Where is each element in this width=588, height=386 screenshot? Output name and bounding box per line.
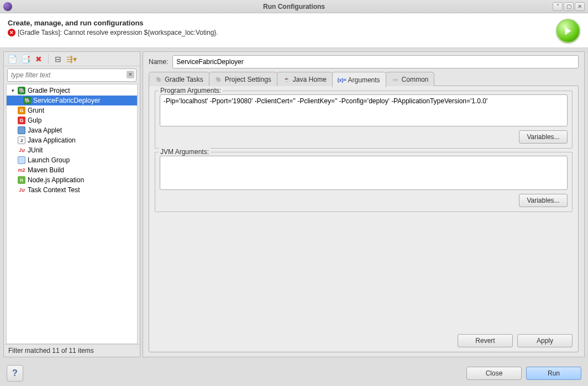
tree-item-junit[interactable]: Jᴜ JUnit — [7, 145, 137, 155]
filter-config-icon[interactable]: ⇶▾ — [66, 54, 76, 64]
revert-button[interactable]: Revert — [458, 334, 513, 347]
close-button[interactable]: Close — [466, 367, 522, 380]
tab-common[interactable]: ▭ Common — [386, 72, 435, 86]
java-tab-icon: ☕ — [283, 76, 291, 83]
tree-label: Maven Build — [28, 166, 64, 174]
node-icon: n — [18, 176, 25, 184]
maven-icon: m2 — [18, 166, 25, 174]
apply-button[interactable]: Apply — [517, 334, 573, 347]
name-input[interactable] — [172, 55, 579, 68]
name-row: Name: — [149, 55, 579, 68]
error-message-row: ✕ [Gradle Tasks]: Cannot resolve express… — [8, 29, 556, 36]
grunt-icon: G — [18, 107, 25, 114]
tree-item-servicefabricdeployer[interactable]: 🐘 ServiceFabricDeployer — [7, 96, 137, 105]
run-hero-icon — [556, 19, 580, 43]
run-button[interactable]: Run — [526, 367, 581, 380]
filter-wrap: ✕ — [4, 66, 140, 84]
tab-label: Java Home — [293, 76, 327, 83]
error-icon: ✕ — [8, 29, 15, 36]
clear-filter-icon[interactable]: ✕ — [127, 71, 134, 78]
tab-label: Common — [402, 76, 429, 83]
tree-label: Task Context Test — [28, 186, 80, 194]
window-title: Run Configurations — [263, 3, 325, 10]
app-eclipse-icon — [3, 2, 12, 11]
tree-item-gulp[interactable]: G Gulp — [7, 115, 137, 125]
program-arguments-label: Program Arguments: — [159, 87, 223, 94]
tree-item-launch-group[interactable]: Launch Group — [7, 155, 137, 165]
config-list-panel: 📄 📑 ✖ ⊟ ⇶▾ ✕ ▾ 🐘 Gradle Project 🐘 Servic… — [3, 51, 140, 357]
jvm-arguments-label: JVM Arguments: — [159, 148, 211, 156]
filter-input[interactable] — [7, 68, 136, 82]
program-arguments-input[interactable] — [160, 94, 568, 126]
tree-item-task-context-test[interactable]: Jᴜ Task Context Test — [7, 185, 137, 195]
tree-item-java-application[interactable]: Java Application — [7, 135, 137, 145]
tree-label: Gulp — [28, 117, 41, 124]
tree-label: Gradle Project — [28, 87, 70, 94]
expand-toggle-icon[interactable]: ▾ — [10, 88, 15, 93]
task-context-icon: Jᴜ — [18, 186, 25, 194]
tab-java-home[interactable]: ☕ Java Home — [277, 72, 333, 86]
config-tree[interactable]: ▾ 🐘 Gradle Project 🐘 ServiceFabricDeploy… — [6, 84, 138, 344]
tab-gradle-tasks[interactable]: 🐘 Gradle Tasks — [149, 72, 209, 86]
minimize-button[interactable]: ˅ — [553, 2, 563, 11]
config-toolbar: 📄 📑 ✖ ⊟ ⇶▾ — [4, 52, 140, 66]
tab-label: Arguments — [348, 76, 380, 84]
gradle-tab-icon: 🐘 — [155, 76, 162, 83]
tree-label: ServiceFabricDeployer — [33, 97, 100, 104]
tree-label: JUnit — [28, 146, 43, 154]
dialog-header: Create, manage, and run configurations ✕… — [0, 13, 588, 48]
tree-item-java-applet[interactable]: Java Applet — [7, 125, 137, 135]
delete-config-icon[interactable]: ✖ — [34, 54, 44, 64]
help-button[interactable]: ? — [7, 365, 23, 382]
dialog-title: Create, manage, and run configurations — [8, 19, 556, 27]
toolbar-separator — [48, 54, 49, 64]
tree-label: Java Applet — [28, 126, 62, 134]
tree-item-grunt[interactable]: G Grunt — [7, 105, 137, 115]
apply-row: Revert Apply — [155, 334, 573, 347]
tab-project-settings[interactable]: 🐘 Project Settings — [209, 72, 277, 86]
java-app-icon — [18, 136, 25, 144]
collapse-all-icon[interactable]: ⊟ — [53, 54, 63, 64]
config-detail-panel: Name: 🐘 Gradle Tasks 🐘 Project Settings … — [143, 51, 585, 357]
maximize-button[interactable]: ▢ — [564, 2, 574, 11]
new-config-icon[interactable]: 📄 — [7, 54, 17, 64]
program-arguments-group: Program Arguments: Variables... — [155, 91, 573, 149]
arguments-tab-icon: (x)= — [338, 76, 346, 84]
tree-label: Java Application — [28, 136, 76, 144]
tree-item-node-application[interactable]: n Node.js Application — [7, 175, 137, 185]
close-window-button[interactable]: ✕ — [575, 2, 585, 11]
duplicate-config-icon[interactable]: 📑 — [20, 54, 30, 64]
tab-arguments[interactable]: (x)= Arguments — [332, 72, 386, 87]
junit-icon: Jᴜ — [18, 146, 25, 154]
tree-item-maven-build[interactable]: m2 Maven Build — [7, 165, 137, 175]
gulp-icon: G — [18, 117, 25, 124]
tree-label: Grunt — [28, 107, 44, 114]
filter-status: Filter matched 11 of 11 items — [4, 344, 140, 357]
program-variables-button[interactable]: Variables... — [519, 130, 568, 144]
tab-label: Project Settings — [225, 76, 271, 83]
tree-label: Node.js Application — [28, 176, 84, 184]
name-label: Name: — [149, 58, 168, 66]
tree-label: Launch Group — [28, 156, 70, 164]
tab-content: Program Arguments: Variables... JVM Argu… — [149, 86, 579, 352]
applet-icon — [18, 126, 25, 134]
launch-group-icon — [18, 156, 25, 164]
jvm-arguments-group: JVM Arguments: Variables... — [155, 152, 573, 212]
dialog-body: 📄 📑 ✖ ⊟ ⇶▾ ✕ ▾ 🐘 Gradle Project 🐘 Servic… — [0, 48, 588, 361]
title-bar: Run Configurations ˅ ▢ ✕ — [0, 0, 588, 13]
dialog-footer: ? Close Run — [0, 361, 588, 386]
tab-label: Gradle Tasks — [165, 76, 203, 83]
jvm-arguments-input[interactable] — [160, 156, 568, 190]
window-controls: ˅ ▢ ✕ — [553, 2, 585, 11]
common-tab-icon: ▭ — [392, 76, 400, 83]
tree-item-gradle-project[interactable]: ▾ 🐘 Gradle Project — [7, 86, 137, 96]
tab-bar: 🐘 Gradle Tasks 🐘 Project Settings ☕ Java… — [149, 72, 579, 86]
error-text: [Gradle Tasks]: Cannot resolve expressio… — [18, 29, 218, 36]
gradle-icon: 🐘 — [18, 87, 25, 94]
jvm-variables-button[interactable]: Variables... — [519, 194, 568, 207]
project-tab-icon: 🐘 — [215, 76, 223, 83]
gradle-icon: 🐘 — [23, 97, 31, 104]
